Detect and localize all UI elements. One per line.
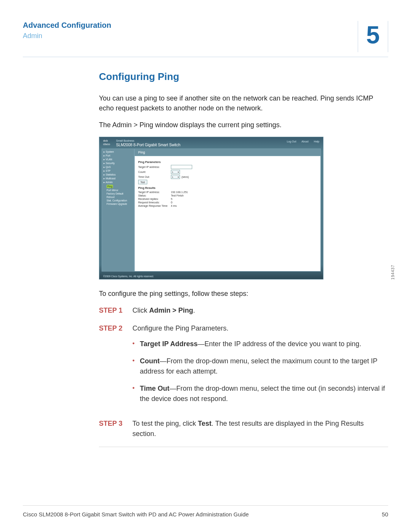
result-replies-label: Received replies: xyxy=(138,198,171,200)
nav-reboot[interactable]: Reboot xyxy=(107,196,132,198)
product-title: SLM2008 8-Port Gigabit Smart Switch xyxy=(116,143,180,147)
chapter-title: Advanced Configuration xyxy=(23,21,111,30)
result-target-label: Target IP address: xyxy=(138,191,171,193)
figure-id: 194437 xyxy=(391,265,395,280)
about-link[interactable]: About xyxy=(301,140,308,143)
nav-port-mirror[interactable]: Port Mirror xyxy=(107,189,132,192)
header-links: Log Out About Help xyxy=(282,140,319,143)
nav-stat-config[interactable]: Stat. Configuration xyxy=(107,199,132,202)
footer-page-number: 50 xyxy=(382,511,388,518)
nav-factory-default[interactable]: Factory Default xyxy=(107,192,132,195)
result-status-label: Status: xyxy=(138,194,171,197)
target-ip-label: Target IP address: xyxy=(138,166,171,168)
target-ip-input[interactable] xyxy=(171,165,192,169)
side-nav: ▸ System ▸ Port ▸ VLAN ▸ Security ▸ QoS … xyxy=(102,149,134,272)
copyright-text: ©2009 Cisco Systems, Inc. All rights res… xyxy=(103,275,154,278)
section-title: Configuring Ping xyxy=(99,71,388,83)
step-2: STEP 2 Configure the Ping Parameters. Ta… xyxy=(99,323,388,411)
footer-rule xyxy=(23,505,388,506)
bullet-count: Count—From the drop-down menu, select th… xyxy=(132,356,388,377)
result-timeouts-label: Request timeouts: xyxy=(138,201,171,204)
step-3: STEP 3 To test the ping, click Test. The… xyxy=(99,419,388,439)
chapter-subtitle: Admin xyxy=(23,32,111,40)
result-timeouts-val: 0 xyxy=(171,201,172,204)
brand-subtitle: Small Business xyxy=(116,139,134,142)
nav-statistics[interactable]: ▸ Statistics xyxy=(104,173,132,176)
switch-ui-screenshot: ılıılıcisco Small Business SLM2008 8-Por… xyxy=(99,137,323,280)
footer-doc-title: Cisco SLM2008 8-Port Gigabit Smart Switc… xyxy=(23,511,249,518)
intro-paragraph-1: You can use a ping to see if another sit… xyxy=(99,93,388,113)
steps-intro: To configure the ping settings, follow t… xyxy=(99,289,388,299)
count-label: Count: xyxy=(138,171,171,173)
page-tab-ping: Ping xyxy=(135,149,320,156)
steps-end-rule xyxy=(99,447,388,447)
ping-parameters-title: Ping Parameters xyxy=(138,160,317,164)
timeout-label: Time Out: xyxy=(138,176,171,178)
screenshot-figure: ılıılıcisco Small Business SLM2008 8-Por… xyxy=(99,137,388,280)
help-link[interactable]: Help xyxy=(314,140,319,143)
nav-stp[interactable]: ▸ STP xyxy=(104,169,132,173)
result-target-val: 192.168.1.251 xyxy=(171,191,188,193)
header-rule xyxy=(23,57,388,57)
nav-security[interactable]: ▸ Security xyxy=(104,162,132,165)
nav-firmware-upgrade[interactable]: Firmware Upgrade xyxy=(107,203,132,205)
intro-paragraph-2: The Admin > Ping window displays the cur… xyxy=(99,120,388,130)
timeout-select[interactable]: 1▾ xyxy=(171,175,180,179)
chapter-number: 5 xyxy=(358,21,388,52)
result-replies-val: 5 xyxy=(171,198,172,200)
nav-multicast[interactable]: ▸ Multicast xyxy=(104,177,132,180)
bullet-target-ip: Target IP Address—Enter the IP address o… xyxy=(132,339,388,349)
nav-vlan[interactable]: ▸ VLAN xyxy=(104,158,132,161)
ping-results-title: Ping Results xyxy=(138,186,317,190)
count-select[interactable]: 1▾ xyxy=(171,170,180,174)
nav-system[interactable]: ▸ System xyxy=(104,150,132,153)
step-2-label: STEP 2 xyxy=(99,323,126,411)
bullet-timeout: Time Out—From the drop-down menu, select… xyxy=(132,383,388,404)
nav-port[interactable]: ▸ Port xyxy=(104,154,132,157)
logout-link[interactable]: Log Out xyxy=(287,140,296,143)
step-1: STEP 1 Click Admin > Ping. xyxy=(99,305,388,316)
nav-admin[interactable]: ▸ Admin xyxy=(104,181,132,184)
cisco-logo: ılıılıcisco xyxy=(103,139,110,146)
step-1-label: STEP 1 xyxy=(99,305,126,316)
nav-ping-selected[interactable]: Ping xyxy=(107,185,113,188)
result-avg-label: Average Response Time: xyxy=(138,204,171,207)
result-status-val: Test Finish xyxy=(171,194,183,197)
result-avg-val: 4 ms xyxy=(171,204,177,207)
step-3-label: STEP 3 xyxy=(99,419,126,439)
timeout-unit: (secs) xyxy=(182,176,189,178)
nav-qos[interactable]: ▸ QoS xyxy=(104,166,132,169)
test-button[interactable]: Test xyxy=(138,180,147,184)
